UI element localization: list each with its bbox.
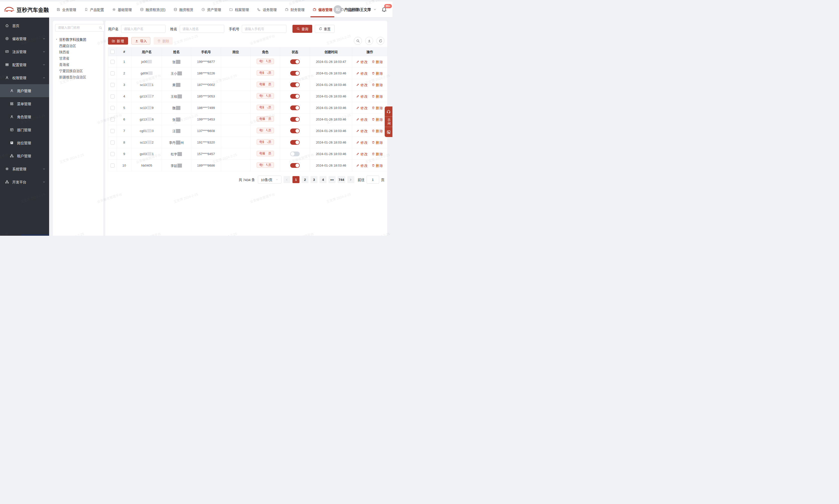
select-all-checkbox[interactable]	[110, 50, 114, 54]
filter-username-input[interactable]	[121, 25, 166, 33]
nav-item-interview[interactable]: 面签管理	[340, 1, 360, 17]
page-button-2[interactable]: 2	[302, 176, 308, 183]
status-toggle[interactable]	[290, 106, 300, 110]
table-refresh-button[interactable]	[376, 37, 385, 45]
status-toggle[interactable]	[290, 83, 300, 87]
nav-item-asset[interactable]: 资产管理	[201, 1, 221, 17]
nav-item-finance[interactable]: 财务管理	[285, 1, 304, 17]
edit-action[interactable]: 修改	[356, 94, 368, 99]
row-checkbox[interactable]	[110, 129, 114, 133]
page-size-select[interactable]: 10条/页	[258, 176, 281, 184]
notification-bell[interactable]: 99+	[381, 7, 387, 12]
nav-item-base[interactable]: 基础管理	[112, 1, 132, 17]
row-checkbox[interactable]	[110, 106, 114, 110]
chevron-down-icon[interactable]	[373, 8, 377, 11]
sidebar-item-collection-mgmt[interactable]: 催收管理	[0, 32, 49, 45]
row-checkbox[interactable]	[110, 141, 114, 145]
status-toggle[interactable]	[290, 163, 300, 168]
delete-action[interactable]: 删除	[372, 59, 383, 64]
sidebar-item-home[interactable]: 首页	[0, 19, 49, 32]
table-export-button[interactable]	[365, 37, 373, 45]
status-toggle[interactable]	[290, 71, 300, 76]
phonebook-button[interactable]	[385, 127, 392, 137]
department-search-input[interactable]	[57, 26, 99, 30]
edit-action[interactable]: 修改	[356, 140, 368, 145]
delete-action[interactable]: 删除	[372, 83, 383, 87]
tree-node-root[interactable]: 豆秒数字科技集团	[55, 36, 101, 42]
status-toggle[interactable]	[290, 151, 300, 156]
prev-page-button[interactable]	[283, 176, 290, 183]
page-button-4[interactable]: 4	[320, 176, 326, 183]
sidebar-item-lawsuit-mgmt[interactable]: 法诉管理	[0, 45, 49, 58]
edit-action[interactable]: 修改	[356, 71, 368, 76]
tree-node[interactable]: 新疆维吾尔自治区	[55, 74, 101, 80]
next-page-button[interactable]	[347, 176, 354, 183]
reset-button[interactable]: 重置	[315, 25, 335, 33]
delete-action[interactable]: 删除	[372, 128, 383, 133]
sidebar-item-dev-platform[interactable]: 开发平台	[0, 175, 49, 188]
sidebar-item-dept-mgmt[interactable]: 部门管理	[0, 123, 49, 136]
row-checkbox[interactable]	[110, 94, 114, 98]
nav-item-product[interactable]: 产品配置	[84, 1, 104, 17]
caret-right-icon[interactable]	[55, 38, 58, 41]
page-button-3[interactable]: 3	[310, 176, 318, 183]
status-toggle[interactable]	[290, 59, 300, 64]
nav-item-business[interactable]: 业务管理	[56, 1, 76, 17]
sidebar-item-post-mgmt[interactable]: 岗位管理	[0, 136, 49, 149]
add-button[interactable]: 新增	[108, 37, 128, 44]
nav-item-telephony[interactable]: 话务管理	[257, 1, 276, 17]
tree-node[interactable]: 青海省	[55, 61, 101, 67]
status-toggle[interactable]	[290, 117, 300, 122]
delete-action[interactable]: 删除	[372, 163, 383, 168]
nav-item-leasing-old[interactable]: 融资租赁(旧)	[140, 1, 165, 17]
page-button-744[interactable]: 744	[338, 176, 345, 183]
row-checkbox[interactable]	[110, 152, 114, 156]
edit-action[interactable]: 修改	[356, 163, 368, 168]
delete-action[interactable]: 删除	[372, 140, 383, 145]
edit-action[interactable]: 修改	[356, 59, 368, 64]
row-checkbox[interactable]	[110, 60, 114, 64]
goto-page-input[interactable]	[367, 176, 379, 184]
row-checkbox[interactable]	[110, 164, 114, 167]
sidebar-item-perm-mgmt[interactable]: 权限管理	[0, 71, 49, 84]
filter-name-input[interactable]	[180, 25, 224, 33]
delete-button[interactable]: 删除	[154, 37, 173, 44]
status-toggle[interactable]	[290, 128, 300, 133]
sidebar-item-tenant-mgmt[interactable]: 租户管理	[0, 149, 49, 162]
sidebar-item-menu-mgmt[interactable]: 菜单管理	[0, 97, 49, 110]
tree-node[interactable]: 西藏自治区	[55, 42, 101, 49]
nav-item-archive[interactable]: 档案管理	[229, 1, 249, 17]
page-button-•••[interactable]: •••	[328, 176, 336, 183]
headset-button[interactable]	[385, 106, 392, 117]
edit-action[interactable]: 修改	[356, 117, 368, 122]
row-checkbox[interactable]	[110, 71, 114, 75]
filter-phone-input[interactable]	[242, 25, 286, 33]
sidebar-item-role-mgmt[interactable]: 角色管理	[0, 110, 49, 123]
tree-node[interactable]: 宁夏回族自治区	[55, 67, 101, 74]
edit-action[interactable]: 修改	[356, 106, 368, 110]
edit-action[interactable]: 修改	[356, 128, 368, 133]
row-checkbox[interactable]	[110, 118, 114, 122]
nav-item-collection[interactable]: 催收管理	[313, 1, 332, 17]
row-checkbox[interactable]	[110, 83, 114, 87]
status-toggle[interactable]	[290, 140, 300, 145]
sidebar-item-config-mgmt[interactable]: 配置管理	[0, 58, 49, 71]
sidebar-item-system-mgmt[interactable]: 系统管理	[0, 162, 49, 175]
table-search-button[interactable]	[354, 37, 362, 45]
delete-action[interactable]: 删除	[372, 117, 383, 122]
edit-action[interactable]: 修改	[356, 151, 368, 156]
sidebar-item-user-mgmt[interactable]: 用户管理	[0, 84, 49, 97]
status-toggle[interactable]	[290, 94, 300, 99]
delete-action[interactable]: 删除	[372, 106, 383, 110]
import-button[interactable]: 导入	[131, 37, 150, 44]
idle-status-button[interactable]: 示闲	[385, 117, 392, 127]
delete-action[interactable]: 删除	[372, 151, 383, 156]
page-button-1[interactable]: 1	[292, 176, 300, 183]
query-button[interactable]: 查询	[292, 25, 312, 33]
delete-action[interactable]: 删除	[372, 71, 383, 76]
delete-action[interactable]: 删除	[372, 94, 383, 99]
tree-node[interactable]: 陕西省	[55, 49, 101, 55]
tree-node[interactable]: 甘肃省	[55, 55, 101, 61]
edit-action[interactable]: 修改	[356, 83, 368, 87]
nav-item-leasing[interactable]: 融资租赁	[174, 1, 193, 17]
